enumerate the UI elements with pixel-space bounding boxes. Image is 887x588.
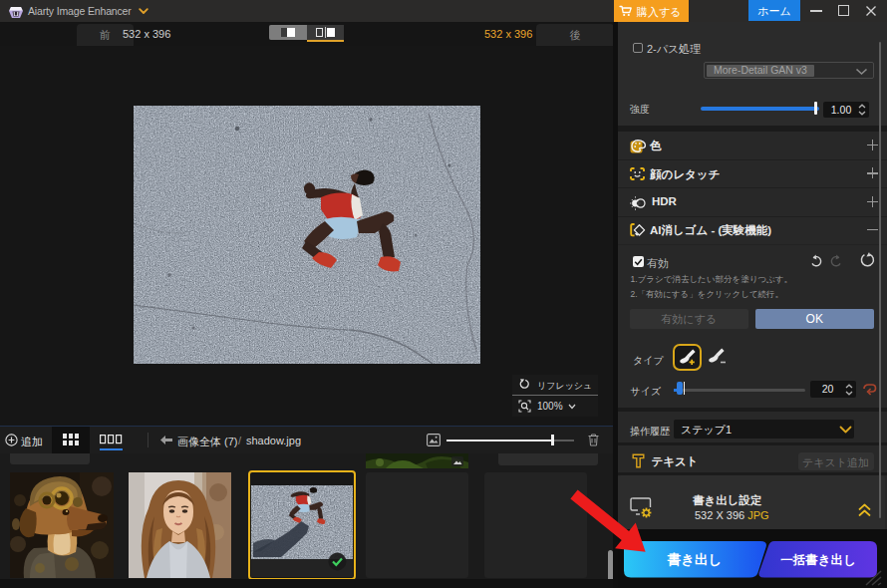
svg-text:一括書き出し: 一括書き出し [780,553,856,567]
svg-text:書き出し: 書き出し [667,552,723,567]
